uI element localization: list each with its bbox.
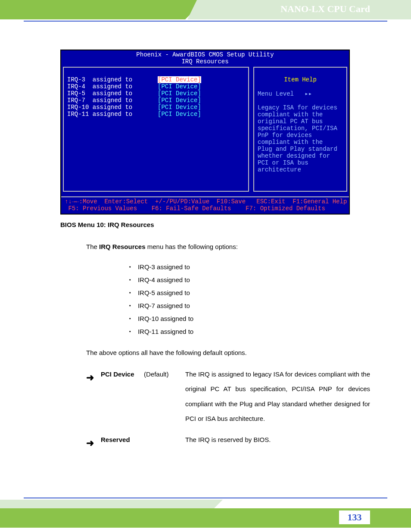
bios-subtitle: IRQ Resources [61,58,349,65]
arrow-icon: ➜ [86,432,101,454]
option-desc: The IRQ is reserved by BIOS. [185,432,370,454]
irq-label: IRQ-5 assigned to [67,90,132,97]
para-default-options: The above options all have the following… [86,347,370,359]
option-row: ➜ PCI Device (Default) The IRQ is assign… [86,367,370,426]
option-name: PCI Device [101,367,144,426]
bullet-list: IRQ-3 assigned to IRQ-4 assigned to IRQ-… [129,261,370,338]
intro-pre: The [86,243,99,250]
option-default: (Default) [144,367,185,426]
bios-title: Phoenix - AwardBIOS CMOS Setup Utility [61,50,349,58]
header-green-bar [0,0,185,19]
bios-help-pane: Item Help Menu Level ▸▸ Legacy ISA for d… [253,67,347,192]
footer-light-triangle [214,500,223,508]
intro-bold: IRQ Resources [99,243,146,250]
irq-value: [PCI Device] [158,90,201,97]
option-desc: The IRQ is assigned to legacy ISA for de… [185,367,370,426]
footer-light-bar [0,500,214,508]
irq-value: [PCI Device] [158,83,201,90]
item-help-heading: Item Help [258,76,343,83]
irq-label: IRQ-10 assigned to [67,104,132,111]
option-default [144,432,185,454]
list-item: IRQ-4 assigned to [129,274,370,286]
option-name: Reserved [101,432,144,454]
footer-rule [24,498,387,498]
irq-value: [PCI Device] [158,111,201,118]
page-number: 133 [348,512,362,523]
bios-left-pane: IRQ-3 assigned to [PCI Device] IRQ-4 ass… [63,67,249,192]
menu-level: Menu Level ▸▸ [258,90,312,97]
intro-post: menu has the following options: [146,243,238,250]
list-item: IRQ-3 assigned to [129,261,370,274]
irq-value: [PCI Device] [158,97,201,104]
bios-screenshot: Phoenix - AwardBIOS CMOS Setup Utility I… [60,50,350,215]
page-number-box: 133 [339,510,370,524]
list-item: IRQ-5 assigned to [129,286,370,299]
irq-label: IRQ-7 assigned to [67,97,132,104]
list-item: IRQ-10 assigned to [129,312,370,325]
irq-value: [PCI Device] [158,104,201,111]
item-help-text: Legacy ISA for devices compliant with th… [258,104,343,173]
arrow-icon: ➜ [86,367,101,426]
list-item: IRQ-7 assigned to [129,299,370,312]
document-body: BIOS Menu 10: IRQ Resources The IRQ Reso… [60,219,370,460]
option-row: ➜ Reserved The IRQ is reserved by BIOS. [86,432,370,454]
list-item: IRQ-11 assigned to [129,325,370,338]
irq-label: IRQ-4 assigned to [67,83,132,90]
figure-caption: BIOS Menu 10: IRQ Resources [60,219,370,231]
header-rule [24,21,387,22]
irq-label: IRQ-3 assigned to [67,76,132,83]
intro-paragraph: The IRQ Resources menu has the following… [86,241,370,253]
bios-key-help: ↑↓→←:Move Enter:Select +/-/PU/PD:Value F… [61,196,349,214]
header-title: NANO-LX CPU Card [280,3,370,15]
irq-value-selected: [PCI Device] [158,76,201,83]
header-light-triangle [187,0,197,19]
irq-label: IRQ-11 assigned to [67,111,132,118]
